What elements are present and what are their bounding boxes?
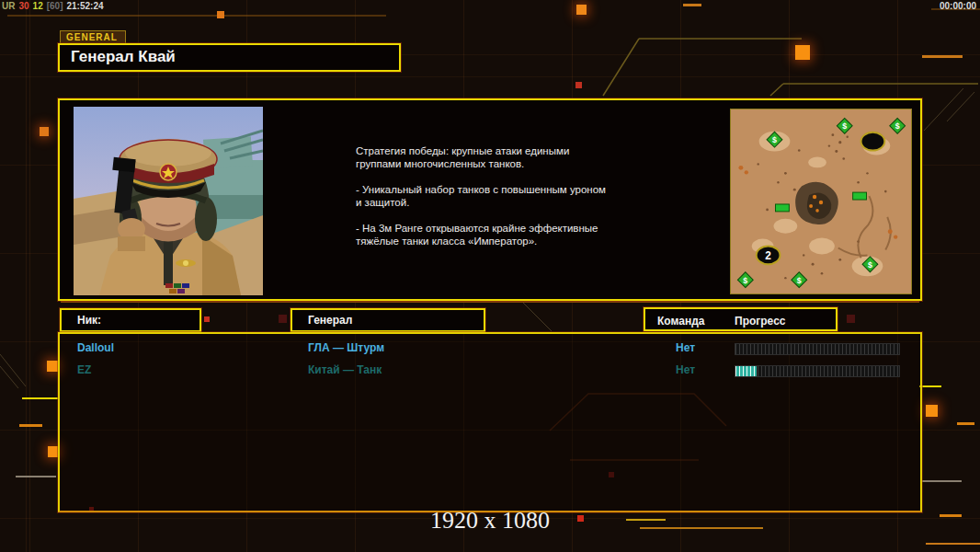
player-list-panel: Dalloul ГЛА — Штурм Нет EZ Китай — Танк … xyxy=(58,332,922,512)
deco-square xyxy=(576,5,587,15)
column-header-team: Команда xyxy=(657,311,704,331)
general-portrait xyxy=(74,107,263,295)
deco-square xyxy=(575,82,582,88)
deco-square xyxy=(926,405,938,417)
deco-dash xyxy=(19,424,42,427)
svg-text:$: $ xyxy=(772,135,777,144)
deco-square xyxy=(217,11,224,18)
resolution-label: 1920 x 1080 xyxy=(0,507,980,535)
general-title: Генерал Квай xyxy=(58,43,401,72)
start-position-2: 2 xyxy=(765,249,771,262)
debug-seg: 21:52:24 xyxy=(67,1,104,11)
gentool-debug-overlay: UR3012[60]21:52:24 xyxy=(2,1,108,11)
player-name: Dalloul xyxy=(77,341,114,354)
deco-dash xyxy=(22,397,58,399)
player-general: Китай — Танк xyxy=(308,363,382,376)
description-paragraph: - Уникальный набор танков с повышенным у… xyxy=(356,183,668,209)
debug-seg: [60] xyxy=(47,1,63,11)
deco-dash xyxy=(957,422,974,425)
player-name: EZ xyxy=(77,363,91,376)
deco-square xyxy=(279,315,287,323)
svg-text:$: $ xyxy=(743,276,747,285)
description-paragraph: - На 3м Ранге открываются крайне эффекти… xyxy=(356,222,668,247)
deco-square xyxy=(847,315,855,323)
deco-dash xyxy=(16,476,56,477)
general-tab-label: GENERAL xyxy=(60,30,126,43)
column-header-nick: Ник: xyxy=(60,308,201,332)
deco-square xyxy=(204,316,210,322)
debug-seg: UR xyxy=(2,1,15,11)
column-header-general: Генерал xyxy=(291,308,485,332)
deco-dash xyxy=(683,4,701,6)
deco-dash xyxy=(926,543,980,545)
deco-square xyxy=(47,361,58,372)
debug-seg: 30 xyxy=(18,1,28,11)
player-team: Нет xyxy=(676,363,695,376)
load-progress-fill xyxy=(735,366,757,376)
deco-dash xyxy=(922,480,962,482)
player-row: EZ Китай — Танк Нет xyxy=(60,361,920,379)
column-header-team-progress: Команда Прогресс xyxy=(644,307,838,331)
player-team: Нет xyxy=(676,341,695,354)
svg-text:$: $ xyxy=(842,121,847,131)
general-description: Стратегия победы: крупные атаки едиными … xyxy=(356,144,668,260)
svg-text:$: $ xyxy=(797,276,802,285)
general-info-panel: Стратегия победы: крупные атаки едиными … xyxy=(58,98,922,301)
description-paragraph: Стратегия победы: крупные атаки едиными … xyxy=(356,144,668,170)
debug-seg: 12 xyxy=(33,1,43,11)
svg-text:$: $ xyxy=(895,121,900,131)
deco-dash xyxy=(922,55,963,58)
deco-square xyxy=(795,45,810,60)
player-row: Dalloul ГЛА — Штурм Нет xyxy=(60,339,920,357)
deco-square xyxy=(40,127,49,136)
deco-dash xyxy=(919,385,941,387)
map-preview: $ $ $ $ $ $ 2 xyxy=(730,109,912,294)
column-header-progress: Прогресс xyxy=(735,311,785,331)
load-progress-bar xyxy=(735,343,900,355)
load-progress-bar xyxy=(735,365,900,377)
player-general: ГЛА — Штурм xyxy=(308,341,384,354)
game-timer: 00:00:00 xyxy=(940,1,976,11)
svg-text:$: $ xyxy=(868,260,872,270)
